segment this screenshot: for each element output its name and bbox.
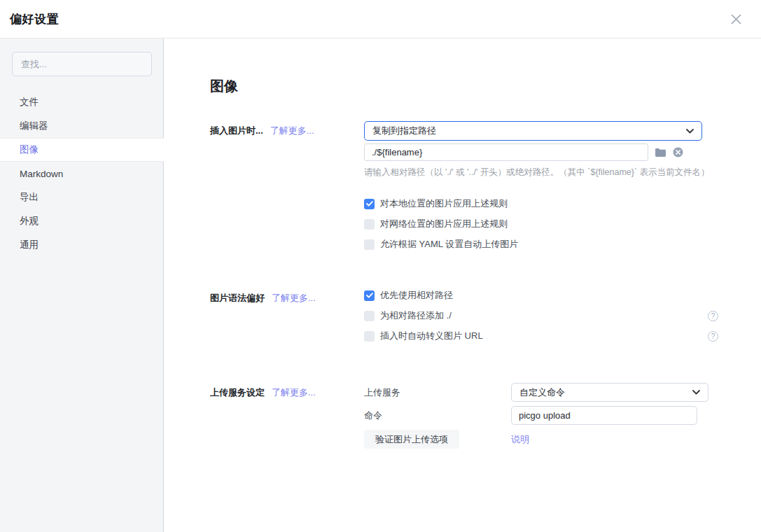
checkbox-label: 对网络位置的图片应用上述规则 [380,218,508,230]
insert-learn-more-link[interactable]: 了解更多... [270,125,314,137]
section-insert-label: 插入图片时... [210,125,263,137]
checkbox-label: 为相对路径添加 ./ [380,309,452,322]
sidebar-item-general[interactable]: 通用 [0,233,163,257]
checkbox-label: 对本地位置的图片应用上述规则 [380,197,508,210]
checkbox-label: 允许根据 YAML 设置自动上传图片 [380,238,518,251]
section-image-syntax: 图片语法偏好 了解更多... 优先使用相对路径 为相对路径添加 . [210,288,761,349]
checkbox-add-dot-slash[interactable] [364,311,375,321]
checkbox-relative-path[interactable] [364,290,375,301]
checkbox-apply-network[interactable] [364,219,375,230]
sidebar-item-label: 导出 [20,191,39,204]
chevron-down-icon [692,390,700,395]
section-upload-right: 上传服务 自定义命令 命令 验证图片上传选项 说 [364,383,761,453]
checkbox-label: 插入时自动转义图片 URL [380,330,483,342]
command-input[interactable] [511,406,697,425]
preferences-window: 偏好设置 文件 编辑器 图像 Markdown [0,0,761,532]
sidebar-item-label: 文件 [20,96,39,108]
checkbox-yaml-upload[interactable] [364,239,375,250]
search-input[interactable] [12,52,152,76]
insert-action-select-value: 复制到指定路径 [372,125,436,137]
syntax-learn-more-link[interactable]: 了解更多... [272,292,316,304]
section-insert-left: 插入图片时... 了解更多... [210,121,364,258]
checkbox-row-yaml-upload[interactable]: 允许根据 YAML 设置自动上传图片 [364,237,718,251]
upload-service-label: 上传服务 [364,386,511,399]
checkbox-row-add-dot-slash[interactable]: 为相对路径添加 ./ ? [364,309,718,323]
sidebar-nav: 文件 编辑器 图像 Markdown 导出 外观 通用 [0,90,163,257]
check-icon [366,201,373,206]
validate-row: 验证图片上传选项 说明 [364,430,761,449]
upload-service-row: 上传服务 自定义命令 [364,383,761,402]
sidebar-item-label: 编辑器 [20,120,48,132]
sidebar-item-label: Markdown [20,169,63,179]
folder-icon[interactable] [655,148,666,158]
command-label: 命令 [364,410,511,422]
help-icon[interactable]: ? [708,311,718,321]
clear-path-icon[interactable] [673,147,683,158]
sidebar-item-appearance[interactable]: 外观 [0,209,163,233]
checkbox-row-escape-url[interactable]: 插入时自动转义图片 URL ? [364,329,718,343]
section-syntax-label: 图片语法偏好 [210,292,265,304]
path-hint: 请输入相对路径（以 './' 或 '../' 开头）或绝对路径。（其中 `${f… [364,167,761,178]
page-title: 图像 [210,77,761,96]
checkbox-row-apply-local[interactable]: 对本地位置的图片应用上述规则 [364,197,718,211]
sidebar: 文件 编辑器 图像 Markdown 导出 外观 通用 [0,38,164,532]
insert-checkbox-group: 对本地位置的图片应用上述规则 对网络位置的图片应用上述规则 [364,197,761,251]
chevron-down-icon [686,129,694,134]
checkbox-label: 优先使用相对路径 [380,289,453,302]
validate-upload-button[interactable]: 验证图片上传选项 [364,430,459,449]
titlebar: 偏好设置 [0,0,761,38]
section-insert-right: 复制到指定路径 请输入相对路径（以 './' 或 '../' 开头）或绝对路径。… [364,121,761,258]
path-row [364,144,761,161]
upload-service-select[interactable]: 自定义命令 [511,383,708,402]
checkbox-row-relative-path[interactable]: 优先使用相对路径 [364,288,718,302]
check-icon [366,293,373,298]
sidebar-item-markdown[interactable]: Markdown [0,162,163,186]
sidebar-item-label: 图像 [20,144,39,156]
upload-service-select-value: 自定义命令 [519,386,565,399]
checkbox-escape-url[interactable] [364,331,375,342]
main-content: 图像 插入图片时... 了解更多... 复制到指定路径 [164,38,761,532]
sidebar-item-label: 外观 [20,215,39,227]
sidebar-item-export[interactable]: 导出 [0,186,163,209]
help-icon[interactable]: ? [708,331,718,342]
section-syntax-left: 图片语法偏好 了解更多... [210,288,364,349]
copy-path-input[interactable] [364,144,648,161]
section-upload-label: 上传服务设定 [210,386,265,399]
section-upload-service: 上传服务设定 了解更多... 上传服务 自定义命令 命令 [210,383,761,453]
checkbox-apply-local[interactable] [364,199,375,209]
upload-learn-more-link[interactable]: 了解更多... [272,386,316,399]
section-insert-image: 插入图片时... 了解更多... 复制到指定路径 [210,121,761,258]
checkbox-row-apply-network[interactable]: 对网络位置的图片应用上述规则 [364,217,718,231]
app-body: 文件 编辑器 图像 Markdown 导出 外观 通用 [0,38,761,532]
window-title: 偏好设置 [10,11,59,27]
sidebar-item-files[interactable]: 文件 [0,90,163,114]
insert-action-select[interactable]: 复制到指定路径 [364,121,702,141]
upload-help-link[interactable]: 说明 [511,433,529,446]
section-syntax-right: 优先使用相对路径 为相对路径添加 ./ ? 插入时自动转义图片 URL [364,288,761,349]
sidebar-item-label: 通用 [20,239,39,251]
sidebar-item-image[interactable]: 图像 [0,138,164,162]
sidebar-item-editor[interactable]: 编辑器 [0,114,163,138]
section-upload-left: 上传服务设定 了解更多... [210,383,364,453]
close-icon[interactable] [729,12,743,26]
validate-button-cell: 验证图片上传选项 [364,430,511,449]
command-row: 命令 [364,406,761,425]
